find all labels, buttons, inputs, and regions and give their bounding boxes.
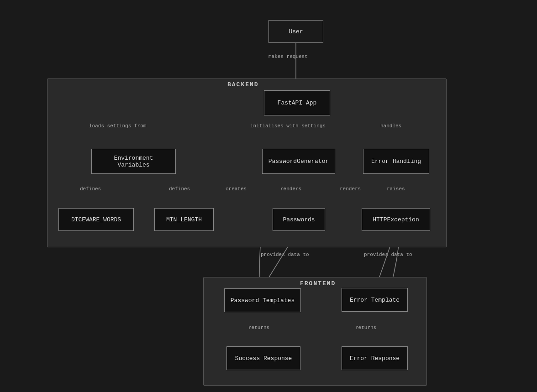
error-template-node: Error Template	[342, 288, 408, 312]
backend-label: BACKEND	[227, 81, 259, 88]
lbl-returns1: returns	[248, 325, 269, 330]
lbl-initialises: initialises with settings	[250, 123, 326, 129]
passwords-node: Passwords	[273, 208, 325, 231]
lbl-makes-request: makes request	[268, 54, 308, 59]
fastapi-node: FastAPI App	[264, 90, 330, 115]
user-node: User	[268, 20, 323, 43]
lbl-defines2: defines	[169, 186, 190, 192]
lbl-creates: renders	[280, 186, 301, 192]
lbl-renders2: renders	[340, 186, 361, 192]
lbl-defines1: defines	[80, 186, 101, 192]
error-handling-node: Error Handling	[363, 149, 429, 174]
lbl-raises: raises	[387, 186, 405, 192]
diagram-container: BACKEND FRONTEND User FastAPI App Enviro…	[0, 0, 537, 392]
env-vars-node: Environment Variables	[91, 149, 176, 174]
password-gen-node: PasswordGenerator	[262, 149, 335, 174]
min-length-node: MIN_LENGTH	[154, 208, 214, 231]
http-exception-node: HTTPException	[362, 208, 430, 231]
lbl-returns2: returns	[355, 325, 376, 330]
lbl-provides2: provides data to	[364, 252, 412, 257]
password-templates-node: Password Templates	[224, 288, 301, 312]
lbl-renders1: creates	[226, 186, 247, 192]
lbl-provides1: provides data to	[261, 252, 309, 257]
lbl-handles: handles	[380, 123, 401, 129]
diceware-node: DICEWARE_WORDS	[58, 208, 134, 231]
lbl-loads-settings: loads settings from	[89, 123, 146, 129]
error-response-node: Error Response	[342, 346, 408, 370]
success-response-node: Success Response	[226, 346, 300, 370]
frontend-label: FRONTEND	[300, 280, 336, 287]
